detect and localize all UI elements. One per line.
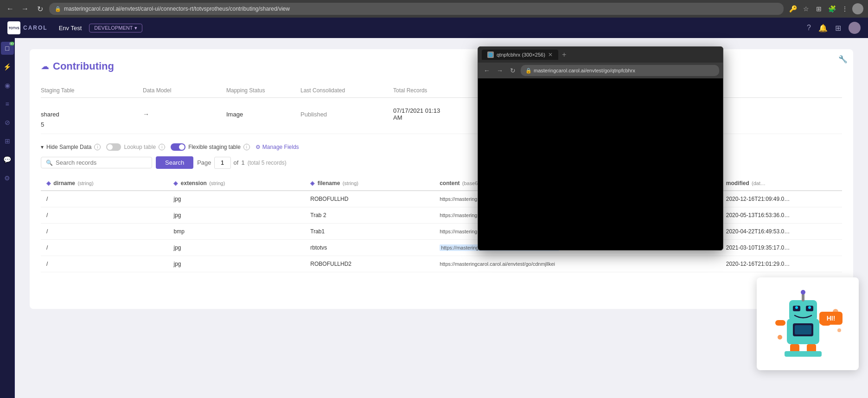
cell-dirname-3: /: [41, 240, 168, 256]
modified-col-type: (dat…: [752, 180, 766, 186]
cell-content-4[interactable]: https://masteringcarol.carol.ai/envtest/…: [434, 256, 721, 272]
cell-modified-4: 2020-12-16T21:01:29.0…: [721, 256, 842, 272]
sidebar-item-lightning[interactable]: ⚡: [1, 60, 14, 73]
flexible-info-icon[interactable]: i: [243, 144, 250, 150]
brand-logo-text: TOTVS: [8, 26, 19, 30]
filename-col-type: (string): [343, 180, 358, 186]
page-title-text: Contributing: [53, 60, 114, 72]
hide-sample-label: Hide Sample Data: [46, 144, 91, 150]
lookup-info-icon[interactable]: i: [159, 144, 165, 150]
lightning-icon: ⚡: [3, 63, 11, 71]
app-wrapper: TOTVS CAROL Env Test DEVELOPMENT ▾ ? 🔔 ⊞…: [0, 18, 868, 398]
overlay-forward-btn[interactable]: →: [495, 65, 505, 76]
overlay-tab-title: qtnpfcbhrx (300×256): [497, 52, 545, 58]
robot-illustration: HI!: [771, 284, 845, 364]
browser-forward-btn[interactable]: →: [19, 3, 31, 14]
notification-icon[interactable]: 🔔: [818, 24, 828, 32]
search-input-wrapper: 🔍: [41, 157, 152, 168]
manage-fields-label: Manage Fields: [262, 144, 299, 150]
browser-menu-icon[interactable]: ⋮: [839, 3, 850, 14]
menu-icon: ≡: [5, 100, 9, 108]
overlay-tab-bar: 🌐 qtnpfcbhrx (300×256) ✕ +: [478, 47, 723, 63]
chat-icon: 💬: [3, 156, 11, 163]
wrench-button[interactable]: 🔧: [838, 55, 848, 64]
page-label: Page: [197, 159, 211, 166]
overlay-reload-btn[interactable]: ↻: [508, 65, 518, 76]
chatbot-overlay[interactable]: HI!: [757, 277, 859, 370]
browser-avatar: [852, 3, 863, 14]
sidebar-item-chat[interactable]: 💬: [1, 153, 14, 166]
manage-fields-icon: ⚙: [255, 144, 261, 150]
cell-dirname-0: /: [41, 191, 168, 207]
browser-url-bar[interactable]: 🔒 masteringcarol.carol.ai/envtest/carol-…: [49, 3, 784, 15]
cell-extension-3: jpg: [168, 240, 305, 256]
overlay-url-bar[interactable]: 🔒 masteringcarol.carol.ai/envtest/go/qtn…: [521, 65, 719, 76]
dirname-col-icon: ◈: [46, 180, 51, 186]
extension-col-icon: ◈: [173, 180, 178, 186]
main-layout: □ DEV ⚡ ◉ ≡ ⊘ ⊞ 💬 ⚙: [0, 38, 868, 398]
cell-modified-0: 2020-12-16T21:09:49.0…: [721, 191, 842, 207]
sidebar-item-grid[interactable]: ⊞: [1, 135, 14, 148]
browser-apps-icon[interactable]: ⊞: [813, 3, 824, 14]
browser-extensions-icon[interactable]: 🧩: [826, 3, 837, 14]
env-badge-chevron: ▾: [134, 25, 137, 31]
apps-icon[interactable]: ⊞: [835, 24, 841, 32]
sidebar-item-settings[interactable]: ⚙: [1, 172, 14, 185]
content-area: 🔧 ☁ Contributing Staging Table Data Mode…: [15, 38, 868, 398]
env-badge[interactable]: DEVELOPMENT ▾: [89, 24, 142, 32]
browser-key-icon[interactable]: 🔑: [787, 3, 798, 14]
svg-point-7: [808, 306, 811, 309]
status-published: Published: [300, 111, 393, 118]
sidebar-item-circle[interactable]: ◉: [1, 79, 14, 92]
svg-point-6: [795, 306, 798, 309]
col-last-consolidated: Last Consolidated: [300, 87, 393, 94]
browser-star-icon[interactable]: ☆: [800, 3, 811, 14]
svg-point-3: [801, 290, 805, 295]
browser-reload-btn[interactable]: ↻: [34, 3, 45, 14]
browser-actions: 🔑 ☆ ⊞ 🧩 ⋮: [787, 3, 863, 14]
lookup-toggle-group: Lookup table i: [106, 143, 165, 151]
cell-extension-0: jpg: [168, 191, 305, 207]
sidebar-item-home[interactable]: □ DEV: [1, 42, 14, 55]
last-consolidated: 07/17/2021 01:13 AM: [393, 107, 449, 121]
page-info: Page of 1 (total 5 records): [197, 157, 286, 169]
total-records-info: (total 5 records): [248, 160, 287, 166]
browser-back-btn[interactable]: ←: [5, 3, 16, 14]
lookup-toggle-switch[interactable]: [106, 143, 121, 151]
page-number-input[interactable]: [214, 157, 231, 169]
hide-sample-info-icon[interactable]: i: [94, 144, 101, 150]
sidebar-item-banned[interactable]: ⊘: [1, 116, 14, 129]
table-row[interactable]: / jpg ROBOFULLHD2 https://masteringcarol…: [41, 256, 842, 272]
svg-rect-14: [785, 351, 822, 357]
cell-filename-0: ROBOFULLHD: [305, 191, 434, 207]
svg-text:HI!: HI!: [827, 315, 836, 322]
svg-rect-10: [775, 320, 785, 326]
help-icon[interactable]: ?: [807, 24, 811, 32]
flexible-toggle-switch[interactable]: [171, 143, 185, 151]
col-mapping-status: Mapping Status: [226, 87, 300, 94]
flexible-toggle-group: Flexible staging table i: [171, 143, 250, 151]
home-icon: □: [5, 45, 9, 52]
sidebar: □ DEV ⚡ ◉ ≡ ⊘ ⊞ 💬 ⚙: [0, 38, 15, 398]
overlay-tab-close-btn[interactable]: ✕: [548, 51, 553, 58]
overlay-back-btn[interactable]: ←: [482, 65, 492, 76]
manage-fields-link[interactable]: ⚙ Manage Fields: [255, 144, 299, 150]
col-data-model: Data Model: [143, 87, 226, 94]
banned-icon: ⊘: [5, 119, 10, 126]
overlay-new-tab-btn[interactable]: +: [562, 51, 566, 59]
col-total-records: Total Records: [393, 87, 449, 94]
cell-dirname-2: /: [41, 224, 168, 240]
overlay-tab-favicon: 🌐: [487, 51, 494, 58]
sidebar-item-menu[interactable]: ≡: [1, 97, 14, 110]
page-title-icon: ☁: [41, 61, 49, 71]
browser-url-text: masteringcarol.carol.ai/envtest/carol-ui…: [64, 6, 290, 12]
svg-rect-9: [795, 325, 811, 334]
robot-svg: HI!: [771, 284, 845, 363]
top-nav: TOTVS CAROL Env Test DEVELOPMENT ▾ ? 🔔 ⊞: [0, 18, 868, 38]
user-avatar[interactable]: [849, 22, 861, 34]
search-input[interactable]: [56, 159, 147, 166]
brand-logo: TOTVS: [7, 21, 20, 34]
hide-sample-toggle[interactable]: ▾ Hide Sample Data i: [41, 144, 101, 150]
search-button[interactable]: Search: [156, 156, 193, 169]
overlay-tab[interactable]: 🌐 qtnpfcbhrx (300×256) ✕: [482, 50, 558, 60]
